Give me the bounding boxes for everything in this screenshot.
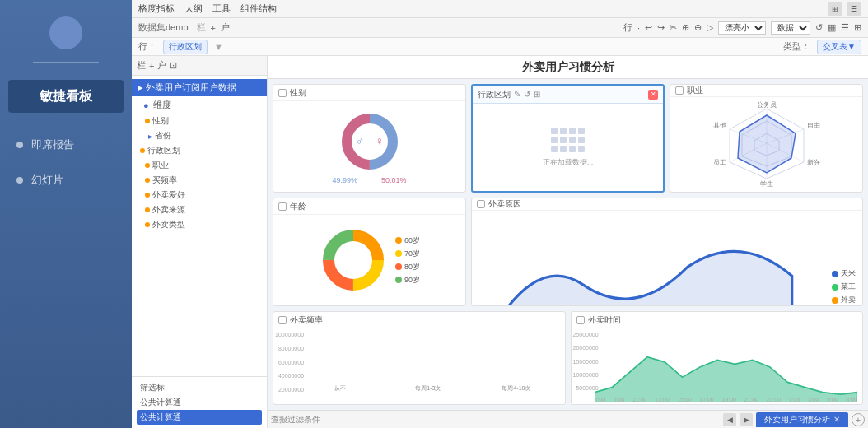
chart-age-header: 年龄: [273, 198, 465, 215]
tree-dimension-label: 维度: [153, 99, 171, 111]
menu-component[interactable]: 组件结构: [240, 2, 277, 15]
sidebar-item-slides[interactable]: 幻灯片: [8, 165, 124, 196]
chart-gender: 性别 ♂: [273, 84, 466, 193]
tree-item-freq[interactable]: 买频率: [132, 173, 267, 188]
toolbar-user[interactable]: 户: [221, 21, 230, 34]
tree-user-btn[interactable]: 户: [157, 59, 166, 72]
reason-checkbox[interactable]: [477, 200, 485, 208]
bottom-tab-add-btn[interactable]: +: [852, 413, 865, 426]
bottom-nav-left[interactable]: ◀: [723, 413, 736, 426]
age-dot-80: [395, 263, 402, 270]
chart-gender-header: 性别: [273, 85, 465, 101]
time-chart-area: 25000000 20000000 15000000 10000000 5000…: [595, 332, 858, 402]
svg-text:学生: 学生: [760, 180, 773, 188]
filter-type-select[interactable]: 交叉表▼: [817, 40, 861, 54]
toolbar-cut[interactable]: ✂: [670, 22, 677, 33]
toolbar-undo[interactable]: ↩: [645, 22, 652, 33]
bottom-nav-right[interactable]: ▶: [740, 413, 753, 426]
footer-filter-label[interactable]: 查报过滤条件: [271, 414, 320, 426]
occupation-checkbox[interactable]: [675, 86, 684, 95]
time-checkbox[interactable]: [576, 316, 585, 324]
menu-indicator[interactable]: 格度指标: [138, 2, 175, 15]
tree-dimension-header[interactable]: ● 维度: [132, 96, 267, 114]
chart-freq-header: 外卖频率: [273, 312, 565, 328]
lc2: [560, 128, 567, 134]
lc11: [569, 146, 576, 152]
tree-dataset-label: 外卖用户订阅用户数据: [146, 81, 236, 94]
toolbar-add[interactable]: ⊕: [682, 22, 689, 33]
chart-reason: 外卖原因: [471, 198, 863, 306]
district-close-btn[interactable]: ✕: [648, 90, 658, 100]
tree-content: ▸ 外卖用户订阅用户数据 ● 维度 性别 ▸ 省份 行: [132, 76, 267, 376]
menu-outline[interactable]: 大纲: [184, 2, 203, 15]
freq-y-axis: 100000000 80000000 60000000 40000000 200…: [275, 332, 304, 393]
age-dot-70: [395, 250, 402, 257]
lc12: [578, 146, 585, 152]
toolbar-sub[interactable]: ⊖: [694, 22, 702, 33]
lc3: [569, 128, 576, 134]
toolbar-plus[interactable]: +: [211, 23, 216, 33]
district-expand-icon[interactable]: ⊞: [534, 90, 540, 99]
toolbar-play[interactable]: ▷: [707, 22, 713, 33]
gender-labels: 49.99% 50.01%: [333, 176, 407, 184]
time-chart-content: 25000000 20000000 15000000 10000000 5000…: [595, 332, 858, 402]
tree-item-source[interactable]: 外卖来源: [132, 202, 267, 217]
bar-group-1: 从不: [298, 383, 381, 393]
svg-text:新兴工作者: 新兴工作者: [807, 159, 820, 166]
reason-dot-1: [832, 271, 838, 277]
tree-footer-calc1[interactable]: 公共计算通: [137, 395, 262, 410]
chart-freq-body: 100000000 80000000 60000000 40000000 200…: [273, 328, 565, 404]
tree-add-btn[interactable]: +: [149, 61, 154, 71]
tree-dataset-header[interactable]: ▸ 外卖用户订阅用户数据: [132, 79, 267, 96]
sidebar-item-dashboard[interactable]: 敏捷看板: [8, 80, 124, 113]
tree-item-occupation[interactable]: 职业: [132, 158, 267, 173]
gender-donut-svg: ♂ ♀: [337, 109, 403, 174]
age-legend-60: 60岁: [395, 235, 420, 246]
toolbar-expand[interactable]: ⊞: [854, 22, 861, 33]
tree-item-type[interactable]: 外卖类型: [132, 217, 267, 232]
age-legend-90: 90岁: [395, 275, 420, 286]
tree-grid-btn[interactable]: ⊡: [170, 60, 177, 71]
toolbar-btn-2[interactable]: ☰: [847, 2, 861, 16]
toolbar-refresh[interactable]: ↺: [815, 22, 823, 33]
tree-item-province[interactable]: ▸ 省份: [132, 128, 267, 143]
tree-item-hobby[interactable]: 外卖爱好: [132, 188, 267, 202]
toolbar-data-select[interactable]: 数据: [771, 21, 810, 35]
lc6: [560, 137, 567, 143]
svg-text:♀: ♀: [375, 134, 384, 147]
chart-reason-body: 天米 菜工 外卖 外卖: [472, 211, 862, 306]
district-edit-icon[interactable]: ✎: [514, 90, 520, 99]
age-checkbox[interactable]: [278, 202, 287, 211]
tab-close-btn[interactable]: ✕: [833, 415, 840, 424]
reason-dot-3: [832, 297, 838, 304]
filter-district-tag[interactable]: 行政区划: [163, 40, 208, 54]
toolbar-list[interactable]: ☰: [841, 22, 849, 33]
age-dot-90: [395, 277, 402, 283]
tree-item-gender[interactable]: 性别: [132, 114, 267, 128]
tree-item-district[interactable]: 行政区划: [132, 143, 267, 158]
toolbar-zoom-select[interactable]: 漂亮小: [718, 21, 766, 35]
bottom-tab-analysis[interactable]: 外卖用户习惯分析 ✕: [756, 412, 848, 427]
toolbar-btn-1[interactable]: ⊞: [828, 2, 842, 16]
district-refresh-icon[interactable]: ↺: [524, 90, 530, 99]
menu-tools[interactable]: 工具: [212, 2, 231, 15]
gender-checkbox[interactable]: [278, 89, 287, 97]
bar-group-3: 每周4-10次: [474, 383, 558, 393]
reason-legend-3: 外卖: [832, 295, 856, 305]
chart-district: 行政区划 ✎ ↺ ⊞ ✕: [471, 84, 665, 193]
tree-footer-filter[interactable]: 筛选标: [137, 380, 262, 395]
freq-checkbox[interactable]: [278, 316, 287, 324]
reason-chart-area: [478, 214, 827, 306]
time-x-axis: 0:00 5:00 11:00 13:00 15:00 17:00 19:00 …: [595, 397, 858, 402]
chart-occupation-body: 公务员 自由职业者 新兴工作者 学生 企业员工 其他: [670, 97, 862, 193]
chart-freq: 外卖频率 100000000 80000000 60000000 4000000…: [273, 311, 566, 405]
sidebar-item-adhoc[interactable]: 即席报告: [8, 129, 124, 160]
tree-footer-calc2[interactable]: 公共计算通: [137, 410, 262, 425]
chart-time: 外卖时间 25000000 20000000 15000000 10000000: [571, 311, 864, 405]
age-donut-svg: [319, 226, 389, 295]
bottom-charts: 外卖频率 100000000 80000000 60000000 4000000…: [268, 311, 868, 410]
time-y-axis: 25000000 20000000 15000000 10000000 5000…: [573, 332, 599, 391]
toolbar-grid[interactable]: ▦: [828, 22, 836, 33]
toolbar-redo[interactable]: ↪: [657, 22, 665, 33]
chart-occupation: 职业: [670, 84, 863, 193]
